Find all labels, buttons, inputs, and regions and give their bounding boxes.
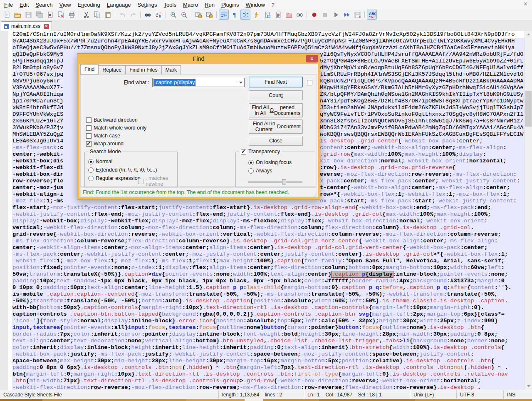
macro-play-icon[interactable]	[331, 10, 341, 20]
replace-icon[interactable]: ab	[153, 10, 163, 20]
editor-row[interactable]: -ms-flex-direction:column-reverse;flex-d…	[12, 238, 525, 244]
transparency-checkbox[interactable]: Transparency	[239, 149, 282, 154]
zoom-in-icon[interactable]	[168, 10, 178, 20]
menu-plugins[interactable]: Plugins	[218, 0, 242, 9]
menu-macro[interactable]: Macro	[180, 0, 201, 9]
show-all-characters-icon[interactable]: ¶	[230, 10, 240, 20]
cut-icon[interactable]	[81, 10, 91, 20]
search-mode-normal-radio[interactable]: Normal	[88, 159, 112, 164]
match-whole-word-checkbox[interactable]: Match whole word only	[86, 125, 146, 131]
save-all-icon[interactable]	[34, 10, 44, 20]
folder-as-workspace-icon[interactable]	[284, 10, 294, 20]
menu-window[interactable]: Window	[242, 0, 268, 9]
editor-row[interactable]: is-mobile .caption.caption--centered{-mo…	[12, 291, 525, 298]
menu-run[interactable]: Run	[201, 0, 218, 9]
always-radio[interactable]: Always	[248, 168, 272, 174]
menu-edit[interactable]: Edit	[16, 0, 32, 9]
editor-row[interactable]: flex-start;-moz-justify-content:flex-sta…	[12, 204, 525, 211]
spell-check-icon[interactable]: ABC	[367, 10, 377, 20]
paste-icon[interactable]	[103, 10, 113, 20]
tab-replace[interactable]: Replace	[99, 65, 126, 75]
close-all-icon[interactable]	[56, 10, 66, 20]
undo-icon[interactable]	[117, 10, 127, 20]
editor-row[interactable]: 50vw;transform:translateX(-50%)}.caption…	[12, 271, 525, 278]
find-what-combobox[interactable]: .caption p{display	[152, 78, 245, 87]
dialog-close-icon[interactable]: x	[306, 55, 318, 62]
word-wrap-icon[interactable]	[219, 10, 229, 20]
window-close-icon[interactable]: ✕	[523, 1, 528, 7]
document-map-icon[interactable]	[262, 10, 272, 20]
editor-row[interactable]: 07AC4SbX23JJdx+5x/WP0F/u2urchn4rpEA4qYRE…	[12, 38, 525, 45]
macro-save-icon[interactable]	[352, 10, 362, 20]
count-button[interactable]: Count	[249, 90, 303, 100]
menu-tools[interactable]: Tools	[161, 0, 180, 9]
monitoring-icon[interactable]	[294, 10, 304, 20]
find-next-extra-checkbox[interactable]	[307, 79, 312, 86]
open-file-icon[interactable]	[12, 10, 22, 20]
editor-row[interactable]: .btn{min-width:71px}.text-direction-rtl …	[12, 378, 525, 384]
menu-file[interactable]: File	[1, 0, 16, 9]
editor-row[interactable]: 'icon-']{font-style:normal;display:inlin…	[12, 318, 525, 324]
tab-find[interactable]: Find	[80, 64, 99, 75]
editor-row[interactable]: btn{margin-left:0;margin-right:10px}.tex…	[12, 371, 525, 378]
scroll-up-icon[interactable]	[525, 31, 532, 38]
find-icon[interactable]	[143, 10, 153, 20]
tab-mark[interactable]: Mark	[162, 65, 181, 75]
menu-search[interactable]: Search	[32, 0, 56, 9]
tab-close-icon[interactable]: ✕	[44, 24, 49, 29]
editor-row[interactable]: vertical;-webkit-flex-direction:column;-…	[12, 224, 525, 231]
zoom-out-icon[interactable]	[179, 10, 189, 20]
match-case-checkbox[interactable]: Match case	[86, 132, 120, 139]
backward-direction-checkbox[interactable]: Backward direction	[86, 117, 138, 123]
tab-find-in-files[interactable]: Find in Files	[126, 65, 161, 75]
close-icon[interactable]	[45, 10, 55, 20]
editor-row[interactable]: C20mI/CSn1rnI/uIM0rdlnm0aNK9XSf/Kzzjk2/y…	[12, 31, 525, 38]
sync-horizontal-scroll-icon[interactable]	[204, 10, 214, 20]
slider-thumb[interactable]	[282, 179, 286, 184]
find-all-opened-button[interactable]: Find All in All Opened Documents	[249, 103, 303, 117]
menu-encoding[interactable]: Encoding	[74, 0, 104, 9]
eol-format-label[interactable]: Unix (LF)	[410, 390, 456, 399]
editor-row[interactable]: oIBeQjaeC3w5v6PHu//t7ZmsnxQOhoPyJkW89Nxt…	[12, 45, 525, 51]
copy-icon[interactable]	[92, 10, 102, 20]
combo-dropdown-icon[interactable]	[237, 78, 244, 87]
editor-row[interactable]: grid-reverse{-webkit-box-direction:rever…	[12, 231, 525, 238]
function-list-icon[interactable]	[251, 10, 261, 20]
tab-main-min-css[interactable]: main.min.css ✕	[1, 21, 52, 31]
insert-mode-label[interactable]: INS	[503, 390, 532, 399]
find-all-current-button[interactable]: Find All in Current Document	[249, 120, 303, 134]
editor-row[interactable]: input,textarea{pointer-events:all}input:…	[12, 324, 525, 331]
resize-grip[interactable]: ⋰	[314, 193, 317, 197]
document-list-icon[interactable]	[273, 10, 283, 20]
search-mode-extended-radio[interactable]: Extended (\n, \r, \t, \0, \x...)	[88, 167, 157, 173]
scrollbar-thumb[interactable]	[525, 91, 532, 127]
editor-row[interactable]: display:-webkit-box;display:-webkit-flex…	[12, 218, 525, 224]
sync-vertical-scroll-icon[interactable]	[193, 10, 203, 20]
menu-view[interactable]: View	[56, 0, 74, 9]
editor-row[interactable]: -webkit-box-pack:justify;-ms-flex-pack:j…	[12, 351, 525, 358]
find-next-button[interactable]: Find Next	[249, 77, 303, 87]
close-button[interactable]: Close	[249, 136, 303, 146]
editor-row[interactable]: -50%);transform:translate(-50%, -50%);bo…	[12, 298, 525, 304]
scroll-down-icon[interactable]	[525, 383, 532, 390]
editor-row[interactable]: -ms-flex-pack:center;-webkit-justify-con…	[12, 251, 525, 258]
editor-row[interactable]: -webkit-justify-content:flex-end;-moz-ju…	[12, 211, 525, 218]
editor-row[interactable]: padding:0 8px 0 6px}.is-desktop .control…	[12, 364, 525, 371]
wrap-around-checkbox[interactable]: Wrap around	[86, 140, 124, 147]
editor-row[interactable]: -webkit-flex-direction:row-reverse;-moz-…	[12, 384, 525, 390]
vertical-scrollbar[interactable]	[525, 31, 532, 390]
macro-stop-icon[interactable]	[320, 10, 330, 20]
save-icon[interactable]	[23, 10, 33, 20]
on-losing-focus-radio[interactable]: On losing focus	[248, 159, 292, 165]
editor-row[interactable]: space-between;max-height:30px;min-height…	[12, 358, 525, 364]
menu-language[interactable]: Language	[104, 0, 134, 9]
editor-row[interactable]: padding:10px;text-shadow:-1px 0px black,…	[12, 278, 525, 284]
editor-row[interactable]: color:inherit;display:inline-block;heigh…	[12, 344, 525, 351]
editor-row[interactable]: 0 10px 0;padding:10px;text-align:center;…	[12, 284, 525, 291]
indent-guides-icon[interactable]	[240, 10, 250, 20]
redo-icon[interactable]	[128, 10, 138, 20]
menu-help[interactable]: ?	[268, 0, 278, 9]
editor-row[interactable]: with-bb{bottom:50px}.caption-controls{ma…	[12, 304, 525, 311]
macro-run-multiple-icon[interactable]	[341, 10, 351, 20]
editor-row[interactable]: position:fixed;pointer-events:none;z-ind…	[12, 264, 525, 271]
